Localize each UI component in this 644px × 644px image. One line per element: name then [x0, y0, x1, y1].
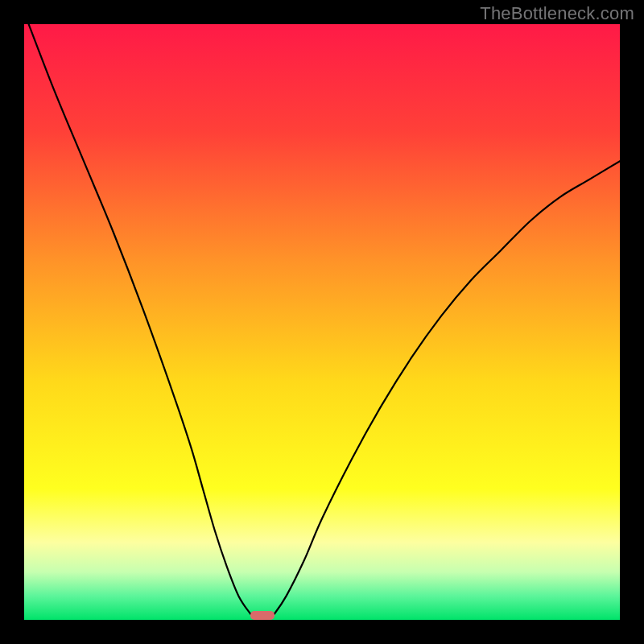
- chart-frame: TheBottleneck.com: [0, 0, 644, 644]
- plot-area: [24, 24, 620, 620]
- optimum-marker: [250, 611, 275, 620]
- watermark-text: TheBottleneck.com: [480, 3, 634, 24]
- gradient-background: [24, 24, 620, 620]
- chart-svg: [24, 24, 620, 620]
